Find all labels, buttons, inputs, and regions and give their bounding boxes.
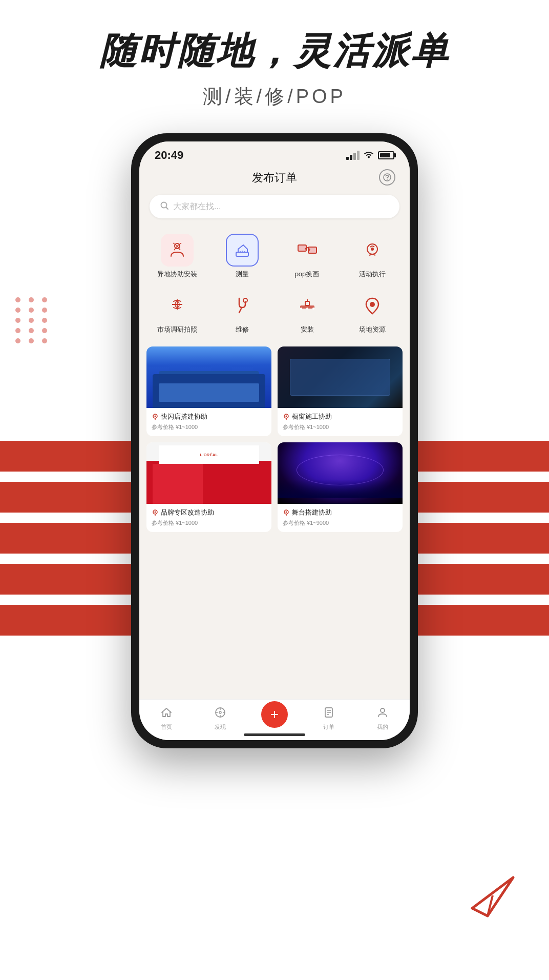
service-card-window[interactable]: 橱窗施工协助 参考价格 ¥1~1000 <box>278 346 403 436</box>
category-label: 维修 <box>236 325 249 334</box>
publish-button[interactable]: + <box>261 701 288 728</box>
category-grid: 异地协助安装 测量 <box>139 224 410 340</box>
svg-line-26 <box>239 309 241 313</box>
service-title: 快闪店搭建协助 <box>161 412 207 421</box>
research-icon <box>161 289 194 322</box>
service-card-image <box>278 346 403 408</box>
svg-line-6 <box>166 207 168 209</box>
svg-point-45 <box>286 512 287 513</box>
status-bar: 20:49 <box>139 141 410 165</box>
category-item-measure[interactable]: 测量 <box>209 230 274 285</box>
status-time: 20:49 <box>155 149 183 162</box>
svg-point-4 <box>387 179 388 180</box>
service-grid: 快闪店搭建协助 参考价格 ¥1~1000 <box>139 340 410 538</box>
svg-point-47 <box>219 711 221 713</box>
tab-home[interactable]: 首页 <box>139 706 194 731</box>
svg-line-19 <box>369 254 372 255</box>
category-label: 测量 <box>236 270 249 279</box>
category-item-install[interactable]: 安装 <box>274 285 340 340</box>
location-icon <box>283 413 290 420</box>
service-card-image <box>146 346 271 408</box>
scroll-content: 异地协助安装 测量 <box>139 224 410 740</box>
tab-publish[interactable]: + <box>247 709 302 728</box>
category-label: 市场调研拍照 <box>157 325 197 334</box>
svg-point-42 <box>155 512 156 513</box>
phone-outer: 20:49 <box>131 133 418 748</box>
category-label: pop换画 <box>295 270 320 279</box>
svg-point-36 <box>155 416 156 417</box>
search-bar[interactable]: 大家都在找... <box>150 195 399 218</box>
category-item-research[interactable]: 市场调研拍照 <box>144 285 209 340</box>
service-price: 参考价格 ¥1~1000 <box>283 423 397 431</box>
tab-profile-label: 我的 <box>377 723 388 731</box>
category-item-pop[interactable]: pop换画 <box>274 230 340 285</box>
service-card-body: 舞台搭建协助 参考价格 ¥1~9000 <box>278 504 403 532</box>
svg-point-2 <box>368 156 370 158</box>
service-price: 参考价格 ¥1~9000 <box>283 519 397 527</box>
event-icon <box>356 234 389 267</box>
page-title: 发布订单 <box>252 171 297 184</box>
category-item-remote-install[interactable]: 异地协助安装 <box>144 230 209 285</box>
tab-orders[interactable]: 订单 <box>302 706 356 731</box>
tab-profile[interactable]: 我的 <box>355 706 410 731</box>
support-icon[interactable] <box>379 169 395 186</box>
tab-orders-label: 订单 <box>323 723 334 731</box>
orders-icon <box>323 706 335 722</box>
signal-icon <box>346 151 360 160</box>
search-placeholder: 大家都在找... <box>173 201 221 212</box>
category-label: 场地资源 <box>359 325 386 334</box>
remote-install-icon <box>161 234 194 267</box>
wifi-icon <box>364 150 374 161</box>
venue-icon <box>356 289 389 322</box>
service-card-brand-zone[interactable]: L'ORÉAL 品牌专区改造协助 <box>146 442 271 532</box>
battery-icon <box>378 151 394 159</box>
paper-plane-icon <box>467 867 518 918</box>
phone-navbar: 发布订单 <box>139 165 410 189</box>
status-icons <box>346 150 394 161</box>
category-item-event[interactable]: 活动执行 <box>340 230 405 285</box>
service-card-stage[interactable]: 舞台搭建协助 参考价格 ¥1~9000 <box>278 442 403 532</box>
location-icon <box>152 509 159 516</box>
repair-icon <box>226 289 259 322</box>
tab-home-label: 首页 <box>161 723 172 731</box>
profile-icon <box>376 706 389 722</box>
discover-icon <box>214 706 226 722</box>
search-icon <box>160 201 169 212</box>
service-card-body: 橱窗施工协助 参考价格 ¥1~1000 <box>278 408 403 436</box>
svg-line-20 <box>372 254 375 255</box>
service-title: 品牌专区改造协助 <box>161 508 214 517</box>
category-item-venue[interactable]: 场地资源 <box>340 285 405 340</box>
service-title: 舞台搭建协助 <box>292 508 332 517</box>
category-label: 活动执行 <box>359 270 386 279</box>
category-item-repair[interactable]: 维修 <box>209 285 274 340</box>
svg-rect-12 <box>236 252 248 256</box>
svg-point-33 <box>370 302 375 307</box>
pop-icon <box>291 234 324 267</box>
service-price: 参考价格 ¥1~1000 <box>152 423 266 431</box>
category-label: 安装 <box>301 325 314 334</box>
dot-pattern <box>15 297 50 343</box>
phone-inner: 20:49 <box>139 141 410 740</box>
svg-point-31 <box>306 308 308 310</box>
home-indicator <box>244 733 305 736</box>
tab-discover[interactable]: 发现 <box>194 706 248 731</box>
install-icon <box>291 289 324 322</box>
location-icon <box>283 509 290 516</box>
service-card-body: 品牌专区改造协助 参考价格 ¥1~1000 <box>146 504 271 532</box>
measure-icon <box>226 234 259 267</box>
main-title: 随时随地，灵活派单 <box>0 31 549 71</box>
service-price: 参考价格 ¥1~1000 <box>152 519 266 527</box>
service-title: 橱窗施工协助 <box>292 412 332 421</box>
svg-point-21 <box>371 248 374 251</box>
home-icon <box>160 706 173 722</box>
service-card-image <box>278 442 403 504</box>
phone-mockup: 20:49 <box>131 133 418 748</box>
svg-point-30 <box>300 308 302 310</box>
tab-discover-label: 发现 <box>215 723 226 731</box>
category-label: 异地协助安装 <box>157 270 197 279</box>
service-card-flash-shop[interactable]: 快闪店搭建协助 参考价格 ¥1~1000 <box>146 346 271 436</box>
svg-point-32 <box>312 308 314 310</box>
service-card-image: L'ORÉAL <box>146 442 271 504</box>
sub-title: 测/装/修/POP <box>0 84 549 110</box>
location-icon <box>152 413 159 420</box>
